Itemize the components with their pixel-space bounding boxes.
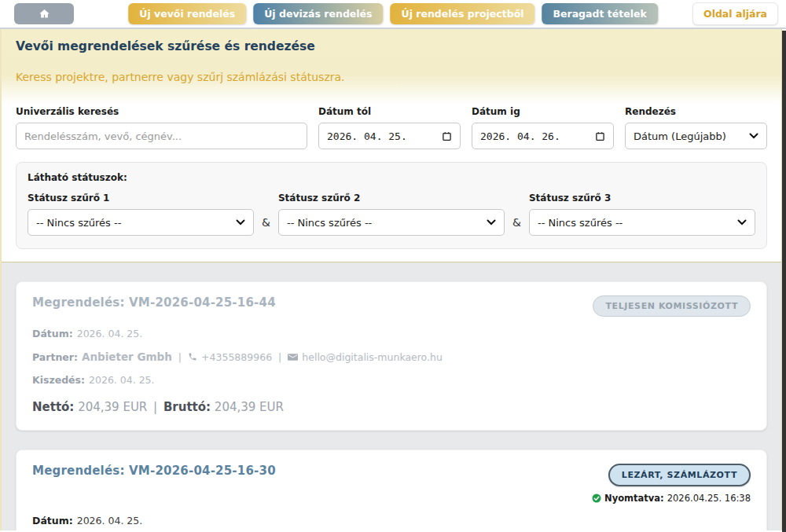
status-filter-1-label: Státusz szűrő 1 <box>28 193 254 204</box>
order-title: Megrendelés: VM-2026-04-25-16-44 <box>32 295 276 310</box>
scrollbar[interactable] <box>782 31 786 532</box>
page-title: Vevői megrendelések szűrése és rendezése <box>16 39 767 53</box>
date-from-input[interactable]: 2026. 04. 25. <box>318 123 461 149</box>
envelope-icon <box>288 353 298 361</box>
sort-selected-value: Dátum (Legújabb) <box>634 130 726 142</box>
status-filter-3-value: -- Nincs szűrés -- <box>538 217 623 229</box>
order-totals-row: Nettó: 204,39 EUR | Bruttó: 204,39 EUR <box>32 400 751 414</box>
status-badge: LEZÁRT, SZÁMLÁZOTT <box>608 464 751 486</box>
separator: | <box>176 351 184 363</box>
sort-field-group: Rendezés Dátum (Legújabb) <box>625 106 767 149</box>
status-filter-1-group: Státusz szűrő 1 -- Nincs szűrés -- <box>28 193 254 236</box>
date-to-input[interactable]: 2026. 04. 26. <box>472 123 614 149</box>
status-filter-1-value: -- Nincs szűrés -- <box>36 217 121 229</box>
date-to-label: Dátum ig <box>472 106 614 117</box>
new-order-from-project-button[interactable]: Új rendelés projectből <box>391 3 535 24</box>
and-joiner: & <box>512 216 521 236</box>
order-status-area: LEZÁRT, SZÁMLÁZOTT Nyomtatva: 2026.04.25… <box>592 464 751 504</box>
date-label: Dátum: <box>32 515 73 526</box>
visible-statuses-box: Látható státuszok: Státusz szűrő 1 -- Ni… <box>16 162 767 249</box>
order-list: Megrendelés: VM-2026-04-25-16-44 TELJESE… <box>2 262 781 530</box>
status-filter-3-group: Státusz szűrő 3 -- Nincs szűrés -- <box>529 193 755 236</box>
navbar-actions: Új vevői rendelés Új devizás rendelés Új… <box>128 3 658 24</box>
status-filter-2-select[interactable]: -- Nincs szűrés -- <box>278 209 505 236</box>
sort-select[interactable]: Dátum (Legújabb) <box>625 123 767 149</box>
printed-value: 2026.04.25. 16:38 <box>667 493 751 504</box>
printed-label: Nyomtatva: <box>604 493 664 504</box>
date-to-field-group: Dátum ig 2026. 04. 26. <box>472 106 614 149</box>
calendar-icon[interactable] <box>595 131 605 141</box>
check-circle-icon <box>592 493 601 503</box>
order-title: Megrendelés: VM-2026-04-25-16-30 <box>32 464 276 478</box>
date-value: 2026. 04. 25. <box>77 328 143 339</box>
search-input[interactable] <box>16 123 307 149</box>
order-card[interactable]: Megrendelés: VM-2026-04-25-16-44 TELJESE… <box>16 281 767 431</box>
partner-label: Partner: <box>32 351 78 363</box>
search-label: Univerzális keresés <box>16 106 307 117</box>
order-pick-row: Kiszedés: 2026. 04. 25. <box>32 374 751 386</box>
date-from-field-group: Dátum tól 2026. 04. 25. <box>318 106 461 149</box>
pick-value: 2026. 04. 25. <box>89 374 155 386</box>
date-to-value: 2026. 04. 26. <box>480 130 560 142</box>
chevron-down-icon <box>236 219 245 226</box>
partner-name: Anbieter Gmbh <box>82 350 172 363</box>
gross-value: 204,39 EUR <box>215 400 284 414</box>
separator: | <box>276 351 284 363</box>
status-filters-row: Státusz szűrő 1 -- Nincs szűrés -- & Stá… <box>28 193 755 236</box>
new-customer-order-button[interactable]: Új vevői rendelés <box>128 3 246 24</box>
filter-panel-header: Vevői megrendelések szűrése és rendezése… <box>2 29 781 105</box>
filters-row: Univerzális keresés Dátum tól 2026. 04. … <box>2 105 781 149</box>
order-date-row: Dátum: 2026. 04. 25. <box>32 515 751 526</box>
date-value: 2026. 04. 25. <box>77 515 143 526</box>
new-currency-order-button[interactable]: Új devizás rendelés <box>253 3 383 24</box>
chevron-down-icon <box>487 219 496 226</box>
net-label: Nettó: <box>32 400 74 414</box>
filter-panel: Vevői megrendelések szűrése és rendezése… <box>2 29 781 262</box>
date-from-label: Dátum tól <box>318 106 461 117</box>
status-filter-2-label: Státusz szűrő 2 <box>278 193 505 204</box>
home-button[interactable] <box>14 3 74 24</box>
sort-label: Rendezés <box>625 106 767 117</box>
universal-search-field-group: Univerzális keresés <box>16 106 307 149</box>
chevron-down-icon <box>749 133 758 139</box>
net-value: 204,39 EUR <box>78 400 147 414</box>
printed-status-row: Nyomtatva: 2026.04.25. 16:38 <box>592 493 751 504</box>
and-joiner: & <box>262 216 270 236</box>
date-from-value: 2026. 04. 25. <box>327 130 407 142</box>
separator: | <box>151 400 160 414</box>
phone-icon <box>188 352 197 361</box>
home-icon <box>39 8 50 20</box>
stuck-items-button[interactable]: Beragadt tételek <box>542 3 658 24</box>
main-content: Vevői megrendelések szűrése és rendezése… <box>0 29 782 530</box>
top-navbar: Új vevői rendelés Új devizás rendelés Új… <box>0 0 786 29</box>
page-subtitle: Keress projektre, partnerre vagy szűrj s… <box>16 71 767 83</box>
status-filter-1-select[interactable]: -- Nincs szűrés -- <box>28 209 254 236</box>
order-card-header: Megrendelés: VM-2026-04-25-16-44 TELJESE… <box>32 295 751 317</box>
status-badge: TELJESEN KOMISSIÓZOTT <box>593 295 751 317</box>
visible-statuses-heading: Látható státuszok: <box>28 172 755 183</box>
calendar-icon[interactable] <box>442 131 452 141</box>
status-filter-2-value: -- Nincs szűrés -- <box>287 217 372 229</box>
pick-label: Kiszedés: <box>32 374 85 386</box>
gross-label: Bruttó: <box>163 400 211 414</box>
partner-email[interactable]: hello@digitalis-munkaero.hu <box>302 351 443 363</box>
order-card-header: Megrendelés: VM-2026-04-25-16-30 LEZÁRT,… <box>32 464 751 504</box>
status-filter-2-group: Státusz szűrő 2 -- Nincs szűrés -- <box>278 193 505 236</box>
partner-phone[interactable]: +4355889966 <box>201 351 272 363</box>
order-card[interactable]: Megrendelés: VM-2026-04-25-16-30 LEZÁRT,… <box>16 449 767 530</box>
status-filter-3-select[interactable]: -- Nincs szűrés -- <box>529 209 755 236</box>
chevron-down-icon <box>737 219 747 226</box>
date-label: Dátum: <box>32 328 73 339</box>
order-partner-row: Partner: Anbieter Gmbh | +4355889966 | h… <box>32 350 751 363</box>
order-date-row: Dátum: 2026. 04. 25. <box>32 328 751 339</box>
page-bottom-button[interactable]: Oldal aljára <box>692 2 778 25</box>
status-filter-3-label: Státusz szűrő 3 <box>529 193 755 204</box>
